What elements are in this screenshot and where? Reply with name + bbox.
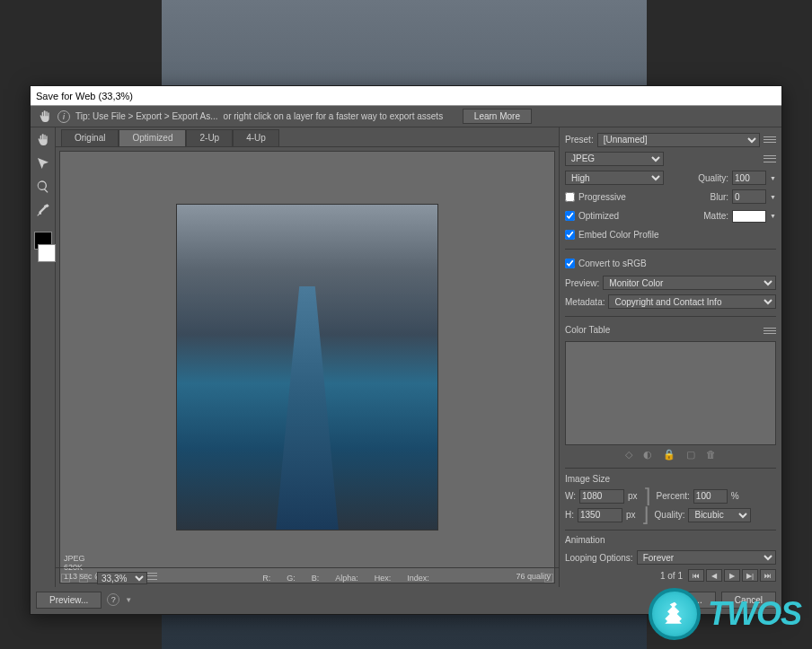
metadata-select[interactable]: Copyright and Contact Info [608,294,776,309]
looping-label: Looping Options: [565,553,633,563]
preset-menu[interactable] [763,136,776,145]
twos-logo-icon [649,588,701,640]
percent-input[interactable] [693,489,728,504]
tab-4up[interactable]: 4-Up [233,129,279,146]
blur-dropdown-icon[interactable]: ▼ [770,194,776,200]
height-unit: px [626,510,636,520]
slice-visibility-icon[interactable] [61,574,70,583]
browser-dither-icon[interactable] [544,574,553,583]
status-bar: 33,3% R: G: B: Alpha: Hex: Index: [56,567,559,587]
tip-text-prefix: Tip: Use File > Export > Export As... [75,111,218,121]
embed-profile-label: Embed Color Profile [578,230,658,240]
convert-srgb-checkbox[interactable] [565,259,575,268]
quality-input[interactable] [732,171,766,185]
preview-button[interactable]: Preview... [36,592,102,609]
preview-mode-select[interactable]: Monitor Color [603,276,776,290]
matte-swatch[interactable] [732,210,766,223]
preview-mode-label: Preview: [565,278,599,288]
height-label: H: [565,510,574,520]
quality-label: Quality: [698,173,728,183]
lock-icon[interactable]: 🔒 [663,449,675,460]
matte-dropdown-icon[interactable]: ▼ [770,213,776,219]
zoom-select[interactable]: 33,3% [97,572,147,584]
blur-label: Blur: [710,192,729,202]
next-frame-button[interactable]: ▶| [742,569,758,582]
background-color[interactable] [38,244,56,262]
quality-dropdown-icon[interactable]: ▼ [770,175,776,181]
format-select[interactable]: JPEG [565,152,664,166]
help-icon[interactable]: ? [107,593,119,606]
settings-panel: Preset: [Unnamed] JPEG High Quality: ▼ P… [559,127,781,587]
progressive-label: Progressive [578,192,626,202]
learn-more-button[interactable]: Learn More [463,109,532,124]
play-button[interactable]: ▶ [724,569,740,582]
slice-select-tool[interactable] [34,154,52,172]
g-readout: G: [287,574,296,583]
blur-input[interactable] [732,189,766,204]
save-for-web-dialog: Save for Web (33,3%) i Tip: Use File > E… [30,85,782,615]
quality-level-select[interactable]: High [565,171,664,185]
index-readout: Index: [407,574,429,583]
color-table-area[interactable] [565,341,776,444]
optimized-label: Optimized [578,211,619,221]
hex-readout: Hex: [375,574,392,583]
animation-label: Animation [565,535,776,545]
ct-icon-2[interactable]: ◐ [643,449,652,460]
zoom-tool[interactable] [34,178,52,196]
alpha-readout: Alpha: [335,574,358,583]
last-frame-button[interactable]: ⏭ [760,569,776,582]
first-frame-button[interactable]: ⏮ [688,569,704,582]
twos-text: TWOS [708,595,801,633]
preview-format: JPEG [64,554,157,563]
dialog-title: Save for Web (33,3%) [36,91,133,101]
optimized-checkbox[interactable] [565,211,575,221]
convert-srgb-label: Convert to sRGB [578,259,647,268]
r-readout: R: [262,574,270,583]
hand-tool-icon [38,110,52,124]
percent-label: Percent: [657,491,690,501]
frame-info: 1 of 1 [660,571,683,581]
width-input[interactable] [579,489,624,504]
tip-text-suffix: or right click on a layer for a faster w… [224,111,444,121]
width-label: W: [565,491,576,501]
toolbar [31,127,56,587]
b-readout: B: [312,574,320,583]
resample-quality-select[interactable]: Bicubic [688,508,751,522]
ct-icon-4[interactable]: ▢ [686,449,695,460]
metadata-label: Metadata: [565,297,605,307]
image-size-label: Image Size [565,474,776,484]
embed-profile-checkbox[interactable] [565,230,575,240]
tip-bar: i Tip: Use File > Export > Export As... … [31,106,781,127]
color-table-label: Color Table [565,325,610,335]
eyedropper-tool[interactable] [34,201,52,219]
tab-optimized[interactable]: Optimized [119,129,186,146]
width-unit: px [628,491,638,501]
matte-label: Matte: [703,211,728,221]
preset-label: Preset: [565,135,594,145]
progressive-checkbox[interactable] [565,192,575,202]
slice-visibility-icon2[interactable] [79,574,88,583]
color-table-menu[interactable] [763,327,776,336]
height-input[interactable] [578,508,622,522]
help-dropdown-icon[interactable]: ▼ [125,596,132,604]
looping-select[interactable]: Forever [637,550,776,565]
trash-icon[interactable]: 🗑 [706,449,716,460]
preview-area[interactable]: JPEG 620K 113 sec @ 56.6 Kbps 76 quality [59,151,555,583]
info-icon: i [57,110,70,123]
hand-tool[interactable] [34,131,52,149]
ct-icon-1[interactable]: ◇ [625,449,632,460]
twos-watermark: TWOS [649,588,801,640]
preset-select[interactable]: [Unnamed] [597,133,760,147]
percent-unit: % [731,491,739,501]
resample-quality-label: Quality: [655,510,685,520]
dialog-titlebar[interactable]: Save for Web (33,3%) [31,86,781,106]
tab-2up[interactable]: 2-Up [186,129,233,146]
preview-image [177,205,437,530]
prev-frame-button[interactable]: ◀ [706,569,722,582]
optimize-menu[interactable] [763,154,776,163]
view-tabs: Original Optimized 2-Up 4-Up [56,127,559,147]
tab-original[interactable]: Original [61,129,119,146]
